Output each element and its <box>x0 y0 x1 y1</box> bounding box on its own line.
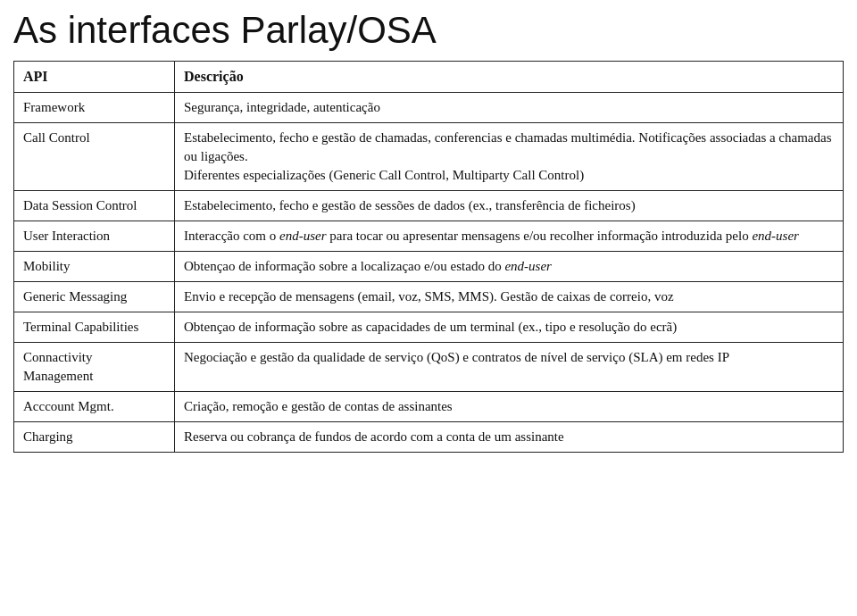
api-cell: Framework <box>14 93 175 123</box>
table-row: FrameworkSegurança, integridade, autenti… <box>14 93 844 123</box>
table-row: Acccount Mgmt.Criação, remoção e gestão … <box>14 392 844 422</box>
table-row: Connactivity ManagementNegociação e gest… <box>14 343 844 392</box>
api-cell: Connactivity Management <box>14 343 175 392</box>
table-row: MobilityObtençao de informação sobre a l… <box>14 252 844 282</box>
desc-cell: Reserva ou cobrança de fundos de acordo … <box>175 422 844 453</box>
desc-cell: Envio e recepção de mensagens (email, vo… <box>175 282 844 312</box>
api-table: API Descrição FrameworkSegurança, integr… <box>13 61 844 453</box>
col-header-desc: Descrição <box>175 62 844 93</box>
desc-cell: Obtençao de informação sobre a localizaç… <box>175 252 844 282</box>
desc-cell: Estabelecimento, fecho e gestão de chama… <box>175 123 844 191</box>
table-row: User InteractionInteracção com o end-use… <box>14 221 844 252</box>
api-cell: Call Control <box>14 123 175 191</box>
desc-cell: Segurança, integridade, autenticação <box>175 93 844 123</box>
desc-cell: Estabelecimento, fecho e gestão de sessõ… <box>175 191 844 221</box>
api-cell: Terminal Capabilities <box>14 312 175 343</box>
desc-cell: Negociação e gestão da qualidade de serv… <box>175 343 844 392</box>
api-cell: Data Session Control <box>14 191 175 221</box>
table-row: Data Session ControlEstabelecimento, fec… <box>14 191 844 221</box>
desc-cell: Interacção com o end-user para tocar ou … <box>175 221 844 252</box>
col-header-api: API <box>14 62 175 93</box>
page-title: As interfaces Parlay/OSA <box>13 9 844 52</box>
api-cell: Generic Messaging <box>14 282 175 312</box>
table-row: Generic MessagingEnvio e recepção de men… <box>14 282 844 312</box>
api-cell: Acccount Mgmt. <box>14 392 175 422</box>
desc-cell: Criação, remoção e gestão de contas de a… <box>175 392 844 422</box>
api-cell: Charging <box>14 422 175 453</box>
api-cell: User Interaction <box>14 221 175 252</box>
api-cell: Mobility <box>14 252 175 282</box>
table-row: ChargingReserva ou cobrança de fundos de… <box>14 422 844 453</box>
table-row: Call ControlEstabelecimento, fecho e ges… <box>14 123 844 191</box>
desc-cell: Obtençao de informação sobre as capacida… <box>175 312 844 343</box>
table-row: Terminal CapabilitiesObtençao de informa… <box>14 312 844 343</box>
